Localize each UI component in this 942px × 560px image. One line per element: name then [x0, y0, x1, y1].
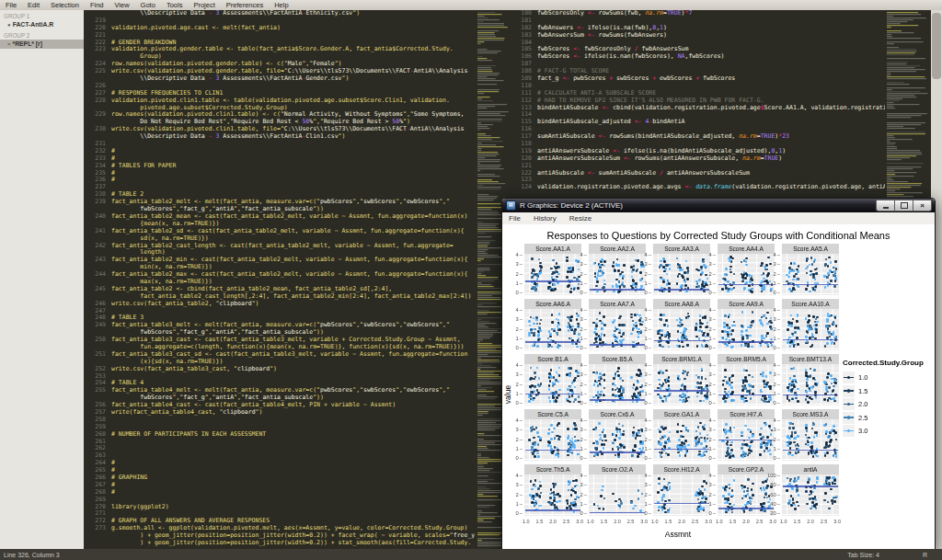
legend-entry-2.0: 2.0 [843, 398, 935, 410]
menu-item-project[interactable]: Project [188, 1, 220, 9]
code-line: fwbScores","fact_g","antiA","fact_antia_… [84, 206, 476, 213]
conditional-mean-line [783, 450, 838, 451]
x-axis-ticks: 1.01.52.02.53.0 [716, 519, 776, 524]
facet-strip-label: Score.HI7.A [718, 409, 775, 419]
facet-panel [718, 364, 775, 406]
menu-item-view[interactable]: View [109, 1, 134, 9]
y-axis-ticks: 4 –3 –2 –1 –0 – [640, 362, 651, 406]
code-line: 259 [84, 424, 476, 431]
menu-item-tools[interactable]: Tools [161, 1, 189, 9]
menu-item-goto[interactable]: Goto [135, 1, 161, 9]
minimize-icon [883, 207, 889, 209]
y-axis-ticks: 4 –3 –2 –1 –0 – [705, 307, 716, 350]
menu-item-edit[interactable]: Edit [22, 1, 45, 9]
code-line: 247 [84, 308, 476, 315]
facet-panel [653, 474, 710, 516]
facet-panel [653, 309, 710, 350]
facet-strip-label: Score.AA5.A [782, 244, 839, 254]
conditional-mean-line [525, 394, 580, 395]
legend-entry-2.5: 2.5 [843, 412, 935, 424]
close-button[interactable]: × [913, 200, 932, 211]
conditional-mean-line [525, 450, 580, 451]
code-line: 100fwbScoresOnly <- rowSums(fwb, na.rm=T… [511, 10, 885, 17]
conditional-mean-line [718, 341, 774, 343]
menu-item-help[interactable]: Help [269, 1, 293, 9]
facet-strip-label: Score.AA10.A [782, 299, 839, 309]
y-axis-ticks: 4 –3 –2 –1 –0 – [576, 362, 587, 406]
code-line: 258 [84, 417, 476, 424]
y-axis-ticks: 4 –3 –2 –1 –0 – [705, 252, 716, 295]
code-editor-left-pane[interactable]: \\Descriptive Data - 3 Assessments\\Fact… [84, 10, 476, 549]
code-line: 105fwbScores <- fwbScoresOnly / fwbAnswe… [511, 46, 885, 53]
code-line: 263 [84, 452, 476, 460]
graphics-menu-resize[interactable]: Resize [563, 214, 598, 223]
sidebar-item-repl[interactable]: ×*REPL* [r] [0, 40, 84, 49]
legend-key-icon [843, 385, 855, 397]
code-line: 115bindAntiASubscale_adjusted <- 4-bindA… [511, 119, 885, 126]
facet-Score.GP2.A: Score.GP2.A4 –3 –2 –1 –0 –1.01.52.02.53.… [710, 464, 775, 530]
syntax-mode-status[interactable]: R [923, 552, 927, 558]
code-line: 254# TABLE 4 [84, 380, 476, 387]
y-axis-ticks: 4 –3 –2 –1 –0 – [511, 307, 523, 350]
menu-item-find[interactable]: Find [85, 1, 109, 9]
code-line: 119antiAAnswersSubscale <- ifelse(is.na(… [511, 148, 885, 155]
legend-key-icon [843, 398, 855, 410]
facet-panel [524, 364, 581, 406]
window-title: R Graphics: Device 2 (ACTIVE) [520, 201, 623, 210]
sidebar-group1-header: GROUP 1 [0, 10, 84, 20]
r-graphics-window[interactable]: R R Graphics: Device 2 (ACTIVE) × FileHi… [501, 198, 936, 550]
facet-strip-label: Score.BRM1.A [653, 354, 710, 364]
conditional-mean-line [590, 512, 645, 514]
facet-strip-label: Score.AA9.A [718, 299, 775, 309]
code-line: Group) [84, 53, 476, 61]
code-line: 112# HAD TO REMOVE GP2 SINCE IT'S ALSO M… [511, 97, 885, 105]
tab-size-status[interactable]: Tab Size: 4 [847, 552, 879, 558]
legend-key-icon [843, 412, 855, 424]
code-line: 227# RESPONSE FREQUENCIES TO CLIN1 [84, 90, 476, 97]
facet-strip-label: Score.C5.A [524, 409, 581, 419]
facet-strip-label: Score.O2.A [589, 464, 646, 474]
code-line: 110 [511, 83, 885, 90]
facet-strip-label: Score.B1.A [524, 354, 581, 364]
menu-item-file[interactable]: File [0, 1, 22, 9]
conditional-mean-line [590, 399, 645, 401]
code-line: ) + geom_jitter(position=position_jitter… [84, 532, 476, 540]
graphics-menu-history[interactable]: History [527, 214, 563, 223]
y-axis-ticks: 4 –3 –2 –1 –0 – [511, 417, 523, 461]
code-line: 222# GENDER BREAKDOWN [84, 40, 476, 47]
cursor-position-status[interactable]: Line 326, Column 3 [4, 552, 60, 558]
code-line: 221 [84, 32, 476, 40]
code-line: {mean(x, na.rm=TRUE)}) [84, 221, 476, 228]
menu-item-selection[interactable]: Selection [45, 1, 85, 9]
code-line: 233# [84, 155, 476, 163]
scrollbar-thumb[interactable] [932, 13, 941, 79]
conditional-mean-line [654, 390, 709, 392]
graphics-menu-file[interactable]: File [502, 214, 527, 223]
legend-entry-label: 2.0 [858, 400, 867, 408]
facet-panel [589, 254, 646, 295]
code-line: 109fact_g <- pwbScores + swbScores + ewb… [511, 75, 885, 83]
facet-strip-label: Score.AA8.A [653, 299, 710, 309]
minimize-button[interactable] [876, 200, 894, 211]
menu-item-preferences[interactable]: Preferences [221, 1, 269, 9]
close-icon[interactable]: × [7, 41, 11, 47]
sidebar-item-fact-antia-file[interactable]: ●FACT-AntiA.R [0, 20, 84, 29]
window-title-bar[interactable]: R R Graphics: Device 2 (ACTIVE) × [502, 199, 935, 212]
code-line: 102fwbAnswers <- ifelse(is.na(fwb),0,1) [511, 25, 885, 32]
y-axis-ticks: 4 –3 –2 –1 –0 – [640, 252, 651, 295]
facet-panel [782, 419, 839, 461]
code-line: 250fact_antia_table3_cast <- cast(fact_a… [84, 337, 476, 344]
code-line: 120antiAAnswersSubscaleSum <- rowSums(an… [511, 155, 885, 163]
code-line: 246write.csv(fact_antia_table2, "clipboa… [84, 301, 476, 308]
code-line: fun.aggregate=c(length, function(x){mean… [84, 344, 476, 351]
plot-title: Responses to Questions by Corrected Stud… [502, 230, 935, 241]
y-axis-ticks: 4 –3 –2 –1 –0 – [576, 307, 587, 350]
code-line: 255fact_antia_table4_melt <- melt(fact_a… [84, 387, 476, 394]
code-line: 273g.smooth.all <- ggplot(validation.piv… [84, 525, 476, 532]
code-line: 260# NUMBER OF PARTICIPANTS IN EACH ASSE… [84, 431, 476, 439]
conditional-mean-line [525, 280, 580, 282]
code-line: 116 [511, 126, 885, 133]
facet-panel [589, 474, 646, 516]
maximize-button[interactable] [894, 200, 913, 211]
code-line: 242fact_antia_table2_cast_length <- cast… [84, 243, 476, 250]
